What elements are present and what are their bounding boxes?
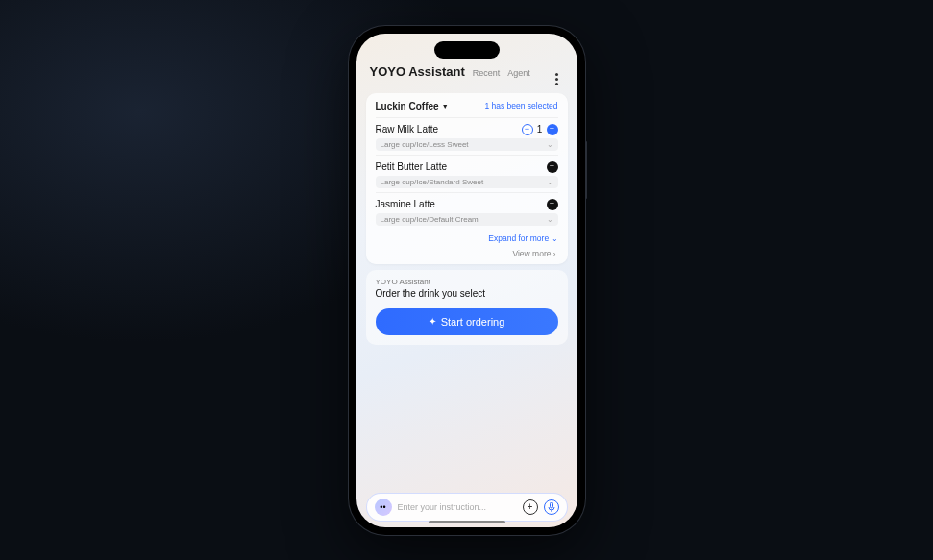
assistant-card: YOYO Assistant Order the drink you selec… [366,270,568,345]
store-selector[interactable]: Luckin Coffee ▼ [376,101,449,111]
order-card: Luckin Coffee ▼ 1 has been selected Raw … [366,93,568,264]
chevron-down-icon: ⌄ [552,234,558,243]
add-icon[interactable]: + [523,499,538,515]
chevron-right-icon: › [553,250,556,258]
options-text: Large cup/Ice/Standard Sweet [381,178,484,186]
expand-for-more[interactable]: Expand for more ⌄ [376,230,558,243]
add-button[interactable]: + [547,161,558,173]
caret-down-icon: ▼ [442,103,449,110]
options-text: Large cup/Ice/Less Sweet [381,140,469,149]
quantity-value: 1 [536,124,544,134]
start-ordering-button[interactable]: ✦ Start ordering [376,308,558,335]
assistant-message: Order the drink you select [376,288,558,299]
minus-button[interactable]: − [522,124,533,135]
view-more[interactable]: View more › [376,243,558,258]
tab-agent[interactable]: Agent [507,68,530,78]
item-options[interactable]: Large cup/Ice/Default Cream ⌄ [376,213,558,226]
plus-button[interactable]: + [547,124,558,135]
assistant-label: YOYO Assistant [376,278,558,286]
item-name: Petit Butter Latte [376,161,448,172]
quantity-stepper: − 1 + [522,124,558,135]
menu-item: Petit Butter Latte + Large cup/Ice/Stand… [376,155,558,192]
instruction-input-bar: •• + [366,493,568,522]
chevron-down-icon: ⌄ [547,140,553,149]
menu-item: Jasmine Latte + Large cup/Ice/Default Cr… [376,192,558,230]
app-title: YOYO Assistant [370,64,465,79]
selected-count: 1 has been selected [484,101,557,110]
bot-avatar-icon: •• [375,499,392,516]
sparkle-icon: ✦ [429,316,436,327]
menu-item: Raw Milk Latte − 1 + Large cup/Ice/Less … [376,117,558,155]
item-name: Raw Milk Latte [376,124,439,134]
instruction-input[interactable] [398,502,517,512]
microphone-icon[interactable] [544,499,559,515]
chevron-down-icon: ⌄ [547,215,553,224]
item-name: Jasmine Latte [376,199,435,209]
button-label: Start ordering [441,316,505,328]
phone-frame: YOYO Assistant Recent Agent Luckin Coffe… [349,26,585,535]
chevron-down-icon: ⌄ [547,178,553,186]
main-content: Luckin Coffee ▼ 1 has been selected Raw … [356,93,577,493]
item-options[interactable]: Large cup/Ice/Standard Sweet ⌄ [376,176,558,188]
svg-rect-0 [550,502,552,508]
store-name: Luckin Coffee [376,101,439,111]
home-indicator [429,521,505,523]
add-button[interactable]: + [547,199,558,210]
kebab-menu-icon[interactable] [551,73,564,85]
options-text: Large cup/Ice/Default Cream [381,215,479,224]
tab-recent[interactable]: Recent [473,68,501,78]
notch [434,41,500,59]
phone-screen: YOYO Assistant Recent Agent Luckin Coffe… [356,34,577,527]
item-options[interactable]: Large cup/Ice/Less Sweet ⌄ [376,138,558,151]
